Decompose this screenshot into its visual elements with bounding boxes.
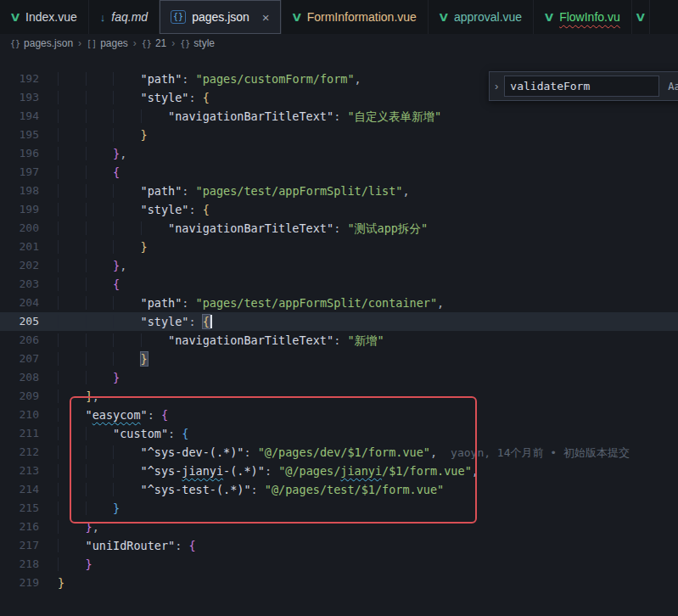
code-line-212[interactable]: 212 "^sys-dev-(.*)": "@/pages/dev/$1/for… [0, 443, 678, 462]
token: "pages/customForm/form" [196, 72, 355, 86]
code-line-210[interactable]: 210 "easycom": { [0, 406, 678, 424]
line-number[interactable]: 219 [0, 574, 39, 592]
indent-guide [113, 221, 141, 235]
token: easycom [92, 408, 141, 422]
code-line-203[interactable]: 203 { [0, 275, 678, 294]
token: : [168, 427, 182, 440]
line-number[interactable]: 195 [0, 126, 39, 144]
code-line-213[interactable]: 213 "^sys-jianyi-(.*)": "@/pages/jianyi/… [0, 462, 678, 480]
find-input[interactable] [504, 76, 659, 97]
line-number[interactable]: 213 [0, 462, 39, 480]
tab-approval-vue[interactable]: Vapproval.vue [429, 0, 534, 34]
symbol-icon: {} [180, 39, 190, 48]
line-number[interactable]: 214 [0, 480, 39, 499]
line-number[interactable]: 200 [0, 219, 39, 238]
line-number[interactable]: 199 [0, 200, 39, 219]
code-line-196[interactable]: 196 }, [0, 144, 678, 163]
code-line-199[interactable]: 199 "style": { [0, 200, 678, 219]
code-line-204[interactable]: 204 "path": "pages/test/appFormSplit/con… [0, 294, 678, 312]
indent-guide [86, 72, 114, 86]
line-number[interactable]: 210 [0, 406, 39, 424]
line-number[interactable]: 198 [0, 182, 39, 200]
code-line-214[interactable]: 214 "^sys-test-(.*)": "@/pages/test/$1/f… [0, 480, 678, 499]
indent-guide [58, 184, 86, 198]
indent-guide [58, 240, 86, 254]
token: "自定义表单新增" [347, 109, 441, 123]
markdown-file-icon: ↓ [100, 11, 106, 24]
code-text: "style": { [39, 200, 210, 219]
indent-guide [58, 371, 86, 384]
line-number[interactable]: 209 [0, 387, 39, 406]
indent-guide [86, 259, 114, 272]
code-line-218[interactable]: 218 } [0, 555, 678, 574]
code-line-216[interactable]: 216 }, [0, 518, 678, 536]
code-line-208[interactable]: 208 } [0, 368, 678, 387]
token: } [58, 576, 64, 590]
line-number[interactable]: 197 [0, 163, 39, 182]
line-number[interactable]: 194 [0, 107, 39, 126]
token: : [265, 464, 278, 478]
breadcrumb-item[interactable]: {}pages.json [10, 37, 73, 49]
tab-pages-json[interactable]: {}pages.json× [160, 0, 282, 34]
code-line-200[interactable]: 200 "navigationBarTitleText": "测试app拆分" [0, 219, 678, 238]
line-number[interactable]: 218 [0, 555, 39, 574]
tab-faq-md[interactable]: ↓faq.md [89, 0, 160, 34]
code-line-209[interactable]: 209 ], [0, 387, 678, 406]
indent-guide [113, 184, 141, 198]
breadcrumb-item[interactable]: {}21 [142, 37, 166, 49]
line-number[interactable]: 216 [0, 518, 39, 536]
token: } [113, 501, 120, 515]
line-number[interactable]: 205 [0, 312, 39, 331]
code-line-198[interactable]: 198 "path": "pages/test/appFormSplit/lis… [0, 182, 678, 200]
tab-forminformation-vue[interactable]: VFormInformation.vue [282, 0, 429, 34]
line-number[interactable]: 215 [0, 499, 39, 518]
line-number[interactable]: 203 [0, 275, 39, 294]
line-number[interactable]: 201 [0, 238, 39, 256]
line-number[interactable]: 212 [0, 443, 39, 462]
indent-guide [113, 445, 141, 459]
code-line-206[interactable]: 206 "navigationBarTitleText": "新增" [0, 331, 678, 350]
tab-index-vue[interactable]: VIndex.vue [0, 0, 89, 34]
line-number[interactable]: 196 [0, 144, 39, 163]
tab-partial[interactable]: V [632, 0, 650, 34]
line-number[interactable]: 193 [0, 88, 39, 107]
tab-bar: VIndex.vue↓faq.md{}pages.json×VFormInfor… [0, 0, 678, 34]
line-number[interactable]: 192 [0, 70, 39, 88]
breadcrumb-item[interactable]: []pages [87, 37, 128, 49]
match-case-icon[interactable]: Aa [665, 79, 678, 94]
token: "style" [141, 91, 189, 104]
code-line-215[interactable]: 215 } [0, 499, 678, 518]
code-text: } [39, 499, 120, 518]
token: } [141, 352, 148, 366]
indent-guide [58, 203, 86, 216]
indent-guide [113, 483, 141, 496]
breadcrumb-item[interactable]: {}style [180, 37, 215, 49]
indent-guide [113, 91, 141, 104]
line-number[interactable]: 204 [0, 294, 39, 312]
code-line-201[interactable]: 201 } [0, 238, 678, 256]
line-number[interactable]: 211 [0, 424, 39, 443]
code-line-205[interactable]: 205 "style": { [0, 312, 678, 331]
code-line-194[interactable]: 194 "navigationBarTitleText": "自定义表单新增" [0, 107, 678, 126]
line-number[interactable]: 208 [0, 368, 39, 387]
code-line-197[interactable]: 197 { [0, 163, 678, 182]
code-line-202[interactable]: 202 }, [0, 256, 678, 275]
code-line-207[interactable]: 207 } [0, 350, 678, 368]
code-line-219[interactable]: 219} [0, 574, 678, 592]
indent-guide [58, 91, 86, 104]
toggle-replace-icon[interactable]: › [495, 80, 498, 92]
close-tab-icon[interactable]: × [262, 11, 270, 24]
line-number[interactable]: 207 [0, 350, 39, 368]
line-number[interactable]: 217 [0, 536, 39, 555]
line-number[interactable]: 202 [0, 256, 39, 275]
code-line-195[interactable]: 195 } [0, 126, 678, 144]
line-number[interactable]: 206 [0, 331, 39, 350]
indent-guide [58, 445, 86, 459]
indent-guide [86, 483, 114, 496]
code-line-211[interactable]: 211 "custom": { [0, 424, 678, 443]
code-line-217[interactable]: 217 "uniIdRouter": { [0, 536, 678, 555]
token: , [430, 445, 437, 459]
editor[interactable]: 192 "path": "pages/customForm/form",193 … [0, 53, 678, 616]
breadcrumb-label: pages.json [24, 37, 73, 49]
tab-flowinfo-vu[interactable]: VFlowInfo.vu [534, 0, 632, 34]
